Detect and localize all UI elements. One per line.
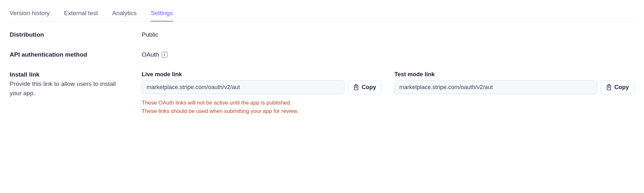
- clipboard-icon: [606, 84, 612, 91]
- tabs: Version history External test Analytics …: [10, 6, 634, 22]
- oauth-warning: These OAuth links will not be active unt…: [142, 99, 634, 115]
- tab-analytics[interactable]: Analytics: [112, 6, 137, 21]
- tab-external-test[interactable]: External test: [64, 6, 98, 21]
- auth-label: API authentication method: [10, 51, 142, 58]
- info-icon[interactable]: i: [162, 52, 167, 58]
- live-mode-group: Live mode link marketplace.stripe.com/oa…: [142, 71, 382, 94]
- clipboard-icon: [353, 84, 359, 91]
- distribution-label: Distribution: [10, 31, 142, 38]
- test-mode-link-input[interactable]: marketplace.stripe.com/oauth/v2/aut: [394, 80, 597, 94]
- tab-settings[interactable]: Settings: [151, 6, 173, 21]
- install-link-label: Install link: [10, 71, 142, 78]
- distribution-value: Public: [142, 31, 158, 38]
- install-link-desc: Provide this link to allow users to inst…: [10, 79, 122, 98]
- row-auth: API authentication method OAuth i: [10, 51, 634, 58]
- copy-label: Copy: [362, 84, 376, 91]
- row-distribution: Distribution Public: [10, 31, 634, 38]
- live-copy-button[interactable]: Copy: [348, 80, 382, 94]
- row-install-link: Install link Provide this link to allow …: [10, 71, 634, 115]
- test-mode-group: Test mode link marketplace.stripe.com/oa…: [394, 71, 634, 94]
- test-mode-label: Test mode link: [394, 71, 634, 78]
- live-mode-label: Live mode link: [142, 71, 382, 78]
- tab-version-history[interactable]: Version history: [10, 6, 50, 21]
- warning-line-2: These links should be used when submitti…: [142, 107, 634, 115]
- test-copy-button[interactable]: Copy: [601, 80, 634, 94]
- warning-line-1: These OAuth links will not be active unt…: [142, 99, 634, 107]
- copy-label: Copy: [614, 84, 629, 91]
- auth-value: OAuth: [142, 51, 159, 58]
- live-mode-link-input[interactable]: marketplace.stripe.com/oauth/v2/aut: [142, 80, 345, 94]
